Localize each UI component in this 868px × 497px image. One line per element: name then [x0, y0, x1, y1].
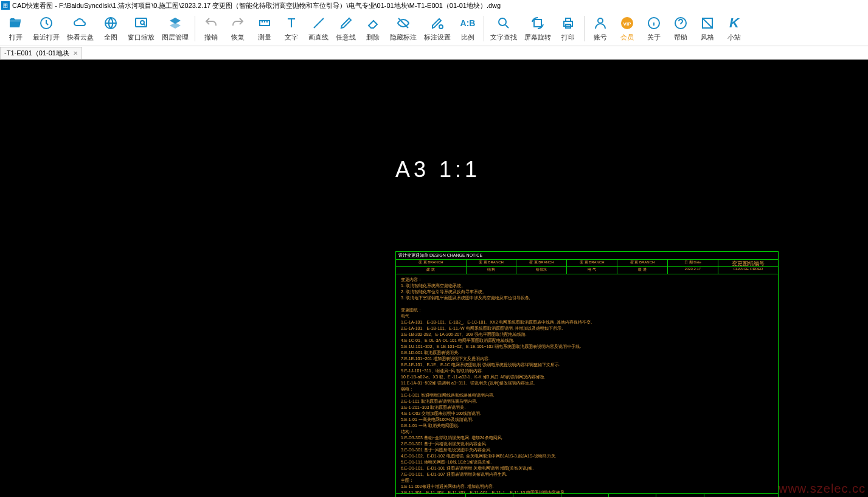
cad-note-line: 1.E-D3-303 基础~全部取消强关电网. 增加24条电网风.: [401, 435, 773, 441]
cad-note-line: 7.E-D1-101、E-D1-107 通图表说明增关修说明内容生风.: [401, 471, 773, 478]
cad-note-line: 11.E-1A-01~502修 强调明 a3~311、强说明关 (说明)修改强调…: [401, 380, 773, 386]
textsearch-button[interactable]: 文字查找: [487, 13, 521, 44]
cad-note-line: 4.E-1-O02 交增加图表说明中100线路说明.: [401, 411, 773, 417]
cad-note-line: 3.E-D1-301 基于~风图所电说况图中关内容全风.: [401, 447, 773, 453]
close-icon[interactable]: ✕: [73, 50, 78, 57]
window-zoom-icon: [134, 15, 148, 32]
cad-note-line: 9.E-1J-101~311、明通风~风 智取消明内容.: [401, 368, 773, 374]
open-button[interactable]: 打开: [2, 13, 29, 44]
windowzoom-button[interactable]: 窗口缩放: [124, 13, 158, 44]
document-tab[interactable]: -T1-E001（01-01地块 ✕: [0, 47, 82, 59]
svg-rect-6: [534, 19, 541, 27]
cad-note-line: 变更图纸：: [401, 307, 773, 313]
cad-note-line: 1.E-11-002修通中增通关网体内容. 增加说明内容.: [401, 484, 773, 490]
hidemark-button[interactable]: 隐藏标注: [386, 13, 420, 44]
svg-point-4: [439, 25, 443, 29]
search-icon: [496, 15, 511, 32]
style-icon: [700, 15, 715, 32]
cad-note-line: 2.E-D1-301 基于~风格说明强关说明内容全风.: [401, 441, 773, 447]
clock-icon: [39, 15, 54, 32]
user-icon: [593, 15, 608, 32]
cad-note-line: 1.E-1A-101、E-1B-101、E-1B2_、E-1C-101、XX2 …: [401, 319, 773, 325]
text-button[interactable]: 文字: [278, 13, 305, 44]
cad-note-line: 4.E-1C-01、E-OL-3A-OL-101 电网平面图取消原配电箱线路.: [401, 338, 773, 344]
cad-note-line: 8.E-1E-101、E-1E、E-1C 电网系统图说明 强弱电系统提说明内容详…: [401, 362, 773, 368]
cad-note-line: 电气: [401, 313, 773, 319]
app-icon: 图: [1, 1, 10, 10]
marksettings-button[interactable]: 标注设置: [420, 13, 454, 44]
vip-button[interactable]: VIP 会员: [614, 13, 641, 44]
cad-note-line: 3. 取消地下室强弱电平面图及系统图中涉及高空抛物及车位引导设备,: [401, 295, 773, 301]
frame-top-title: 设计变更通知单 DESIGN CHANGE NOTICE: [396, 252, 778, 260]
printer-icon: [561, 15, 575, 32]
undo-icon: [204, 15, 218, 32]
cad-note-line: 2.E-1A-101、E-1B-101、E-11.-W 电网系统图取消原图说明,…: [401, 325, 773, 332]
fullview-button[interactable]: 全图: [97, 13, 124, 44]
redo-icon: [231, 15, 245, 32]
cad-note-line: 10.E-1B-a02-a、X3 取、E -11-a02-1、K-K 修3 风口…: [401, 374, 773, 380]
cad-note-line: 6.E-1-01 一马 取消关电网图说.: [401, 423, 773, 429]
separator: [484, 16, 484, 41]
drawing-canvas[interactable]: A3 1:1 设计变更通知单 DESIGN CHANGE NOTICE 变 更 …: [0, 60, 868, 497]
header-row-1: 变 更 BRANCH 变 更 BRANCH 变 更 BRANCH 变 更 BRA…: [396, 260, 778, 267]
scale-icon: A:B: [460, 15, 476, 32]
cad-note-line: 3.E-1-201~303 取消原图表说明关.: [401, 405, 773, 411]
print-button[interactable]: 打印: [555, 13, 582, 44]
cad-drawing-frame: 设计变更通知单 DESIGN CHANGE NOTICE 变 更 BRANCH …: [395, 251, 779, 497]
cad-note-line: [401, 301, 773, 307]
svg-text:VIP: VIP: [623, 21, 632, 27]
measure-button[interactable]: 测量: [251, 13, 278, 44]
separator: [195, 16, 195, 41]
cad-note-line: 2. 取消智能化车位引导系统及反向寻车系统。: [401, 289, 773, 295]
scale-button[interactable]: A:B 比例: [454, 13, 481, 44]
account-button[interactable]: 账号: [587, 13, 614, 44]
eraser-icon: [366, 15, 380, 32]
line-button[interactable]: 画直线: [305, 13, 332, 44]
window-title: CAD快速看图 - F:\BaiduSyncdisk\1.清水河项目\0.施工图…: [12, 1, 501, 10]
cad-note-line: 弱电：: [401, 386, 773, 392]
cad-note-line: 7.E-1E-101~201 增加图表说明下文及提明内容.: [401, 356, 773, 362]
tabbar: -T1-E001（01-01地块 ✕: [0, 46, 868, 60]
pen-gear-icon: [430, 15, 445, 32]
title-block: 工程PROJ业主Designer 设计 校对 审核 图号 DW 规格 1:120…: [396, 493, 778, 497]
paper-size-label: A3 1:1: [395, 157, 481, 182]
rotate-icon: [530, 15, 545, 32]
layers-button[interactable]: 图层管理: [158, 13, 192, 44]
freeline-button[interactable]: 任意线: [332, 13, 359, 44]
rotate-button[interactable]: 屏幕旋转: [521, 13, 555, 44]
header-row-2: 建 筑 结 构 给排水 电 气 暖 通 2023.2.17 CHANGE ORD…: [396, 267, 778, 274]
style-button[interactable]: 风格: [694, 13, 721, 44]
cad-note-line: 5.E-1U-101~302、E-1E-101~02、E-1E-101~102 …: [401, 344, 773, 350]
folder-open-icon: [9, 15, 23, 32]
cad-note-line: 4.E-D1-102、E-D1-102 电图增强. 全关电网取消中网B1A1S-…: [401, 453, 773, 459]
cad-note-line: 2.E-1-101 取消原图表说明强调马明内容.: [401, 398, 773, 405]
tab-label: -T1-E001（01-01地块: [4, 49, 69, 58]
about-button[interactable]: 关于: [641, 13, 667, 44]
recent-button[interactable]: 最近打开: [29, 13, 63, 44]
cad-note-line: 1. 取消智能化系统高空抛物系统。: [401, 283, 773, 289]
svg-point-5: [499, 18, 506, 26]
layers-icon: [168, 15, 182, 32]
cad-note-line: 1.E-1-301 智通明增加网线路和线路修电说明内容.: [401, 392, 773, 398]
vip-icon: VIP: [620, 15, 634, 32]
site-button[interactable]: K 小站: [721, 13, 748, 44]
drawing-body: 变更内容： 1. 取消智能化系统高空抛物系统。2. 取消智能化车位引导系统及反向…: [396, 274, 778, 493]
question-icon: [673, 15, 688, 32]
eye-off-icon: [396, 15, 411, 32]
cad-note-line: 3.E-1B-202-282、E-1A-206-207、209 强电平面图取消配…: [401, 332, 773, 338]
cloud-icon: [73, 15, 88, 32]
undo-button[interactable]: 撤销: [198, 13, 224, 44]
text-icon: [284, 15, 299, 32]
delete-button[interactable]: 删除: [359, 13, 386, 44]
cad-note-line: 6.E-D1-101、E-D1-101 通图表说明增 关增电网说明 增图(关智关…: [401, 465, 773, 471]
line-icon: [311, 15, 326, 32]
pencil-icon: [339, 15, 353, 32]
redo-button[interactable]: 恢复: [224, 13, 251, 44]
cloud-button[interactable]: 快看云盘: [63, 13, 97, 44]
site-icon: K: [729, 15, 739, 32]
svg-point-9: [598, 18, 603, 23]
cad-note-line: 全图：: [401, 478, 773, 484]
titlebar: 图 CAD快速看图 - F:\BaiduSyncdisk\1.清水河项目\0.施…: [0, 0, 868, 11]
separator: [584, 16, 585, 41]
help-button[interactable]: 帮助: [667, 13, 694, 44]
